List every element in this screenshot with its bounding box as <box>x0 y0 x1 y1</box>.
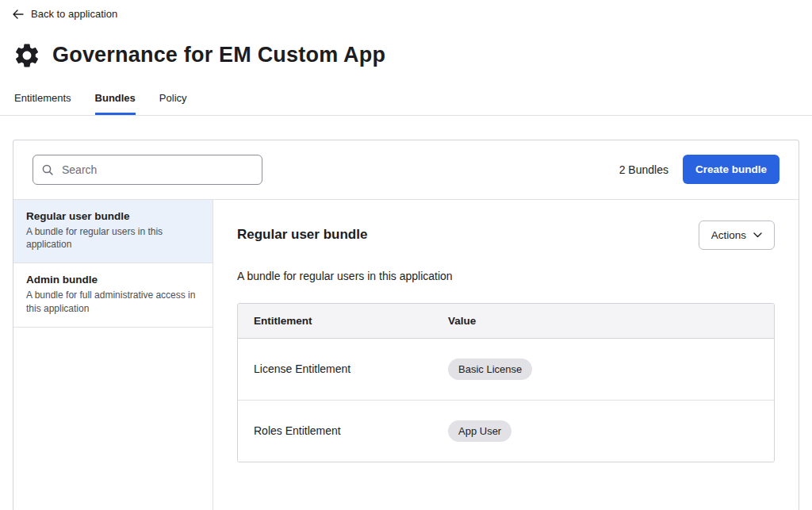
tab-entitlements[interactable]: Entitlements <box>14 92 71 115</box>
entitlement-value-cell: Basic License <box>448 359 758 380</box>
entitlements-table: Entitlement Value License Entitlement Ba… <box>237 303 775 462</box>
toolbar-right: 2 Bundles Create bundle <box>619 155 779 184</box>
chevron-down-icon <box>753 232 762 238</box>
value-badge: App User <box>448 420 511 442</box>
tab-policy[interactable]: Policy <box>159 92 187 115</box>
table-header-row: Entitlement Value <box>238 304 774 339</box>
bundles-panel: 2 Bundles Create bundle Regular user bun… <box>13 140 799 510</box>
back-link-label: Back to application <box>31 8 117 20</box>
entitlement-name: Roles Entitlement <box>254 424 448 437</box>
search-box <box>33 155 262 185</box>
bundle-detail: Regular user bundle Actions A bundle for… <box>213 200 799 510</box>
bundle-count: 2 Bundles <box>619 163 668 176</box>
bundle-list: Regular user bundle A bundle for regular… <box>13 200 213 510</box>
value-badge: Basic License <box>448 359 532 380</box>
search-input[interactable] <box>33 155 262 185</box>
entitlement-name: License Entitlement <box>254 362 448 375</box>
bundle-item-title: Admin bundle <box>26 274 200 286</box>
column-header-entitlement: Entitlement <box>254 315 448 327</box>
tab-bundles[interactable]: Bundles <box>95 92 136 115</box>
column-header-value: Value <box>448 315 758 327</box>
entitlement-value-cell: App User <box>448 420 758 442</box>
gear-icon <box>13 41 41 70</box>
bundle-detail-description: A bundle for regular users in this appli… <box>237 270 775 282</box>
bundles-toolbar: 2 Bundles Create bundle <box>13 140 799 199</box>
bundle-detail-title: Regular user bundle <box>237 227 367 243</box>
actions-button[interactable]: Actions <box>699 220 775 250</box>
search-icon <box>41 163 54 176</box>
bundle-item-title: Regular user bundle <box>26 210 200 222</box>
bundle-item-description: A bundle for regular users in this appli… <box>26 225 200 252</box>
bundle-detail-header: Regular user bundle Actions <box>237 220 775 250</box>
back-arrow-icon <box>13 10 24 19</box>
bundle-list-item-admin[interactable]: Admin bundle A bundle for full administr… <box>13 263 213 328</box>
page-header: Governance for EM Custom App <box>13 41 799 70</box>
table-row: License Entitlement Basic License <box>238 339 774 400</box>
bundle-list-item-regular[interactable]: Regular user bundle A bundle for regular… <box>13 200 213 264</box>
table-row: Roles Entitlement App User <box>238 400 774 462</box>
tabs-divider <box>0 115 812 116</box>
governance-page: Back to application Governance for EM Cu… <box>0 0 812 510</box>
back-to-application-link[interactable]: Back to application <box>13 8 117 20</box>
actions-button-label: Actions <box>711 229 746 241</box>
page-title: Governance for EM Custom App <box>52 43 385 67</box>
bundles-body: Regular user bundle A bundle for regular… <box>13 199 799 510</box>
create-bundle-button[interactable]: Create bundle <box>683 155 779 184</box>
tab-bar: Entitlements Bundles Policy <box>13 92 799 115</box>
bundle-item-description: A bundle for full administrative access … <box>26 289 200 316</box>
